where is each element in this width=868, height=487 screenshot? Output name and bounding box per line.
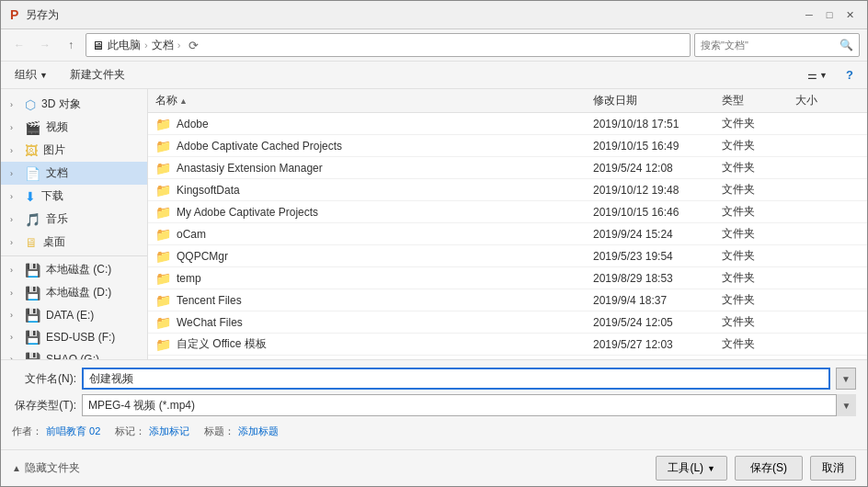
- up-button[interactable]: ↑: [60, 34, 82, 56]
- sidebar-label-g: SHAO (G:): [46, 353, 99, 359]
- table-row[interactable]: 📁 WeChat Files 2019/5/24 12:05 文件夹: [148, 311, 867, 334]
- refresh-button[interactable]: ⟳: [184, 36, 202, 54]
- sidebar-label-downloads: 下载: [41, 188, 63, 204]
- minimize-button[interactable]: ─: [801, 6, 817, 23]
- forward-button[interactable]: →: [34, 34, 56, 56]
- organize-label: 组织: [15, 67, 37, 83]
- help-button[interactable]: ?: [839, 65, 860, 85]
- sidebar-item-downloads[interactable]: › ⬇ 下载: [1, 185, 147, 208]
- file-type: 文件夹: [722, 270, 795, 286]
- table-row[interactable]: 📁 temp 2019/8/29 18:53 文件夹: [148, 267, 867, 289]
- col-type-label: 类型: [722, 93, 744, 108]
- file-modified: 2019/10/12 19:48: [593, 184, 722, 197]
- author-value[interactable]: 前唱教育 02: [46, 425, 100, 438]
- expand-arrow-e: ›: [10, 311, 19, 320]
- table-row[interactable]: 📁 Adobe 2019/10/18 17:51 文件夹: [148, 113, 867, 135]
- expand-arrow-f: ›: [10, 333, 19, 342]
- cancel-button[interactable]: 取消: [810, 456, 856, 481]
- maximize-button[interactable]: □: [821, 6, 838, 23]
- filename-input[interactable]: [82, 368, 830, 390]
- sidebar-item-drive-d[interactable]: › 💾 本地磁盘 (D:): [1, 281, 147, 304]
- search-input[interactable]: [701, 40, 839, 51]
- tools-dropdown-icon: ▼: [707, 464, 715, 473]
- breadcrumb-documents[interactable]: 文档: [152, 38, 174, 53]
- file-name: 自定义 Office 模板: [177, 336, 267, 352]
- filename-label: 文件名(N):: [12, 371, 76, 387]
- col-size-header[interactable]: 大小: [795, 93, 860, 108]
- table-row[interactable]: 📁 自定义 Office 模板 2019/5/27 12:03 文件夹: [148, 334, 867, 356]
- sidebar-item-pictures[interactable]: › 🖼 图片: [1, 139, 147, 162]
- save-button[interactable]: 保存(S): [735, 456, 803, 481]
- folder-icon: 📁: [155, 249, 171, 264]
- filetype-label: 保存类型(T):: [12, 398, 76, 413]
- sidebar-label-c: 本地磁盘 (C:): [46, 262, 111, 277]
- expand-arrow-3d: ›: [10, 100, 19, 109]
- table-row[interactable]: 📁 QQPCMgr 2019/5/23 19:54 文件夹: [148, 245, 867, 267]
- file-list-container: 名称 ▲ 修改日期 类型 大小 📁 Adobe 2019/10/18 17:5: [148, 89, 867, 359]
- tags-value[interactable]: 添加标记: [149, 425, 189, 438]
- action-toolbar: 组织 ▼ 新建文件夹 ⚌ ▼ ?: [1, 62, 867, 89]
- hide-folders-area[interactable]: ▲ 隐藏文件夹: [12, 460, 80, 476]
- table-row[interactable]: 📁 Adobe Captivate Cached Projects 2019/1…: [148, 135, 867, 157]
- folder-icon: 📁: [155, 293, 171, 308]
- organize-arrow-icon: ▼: [40, 71, 48, 80]
- file-type: 文件夹: [722, 226, 795, 242]
- file-name-cell: 📁 Tencent Files: [155, 293, 593, 308]
- table-row[interactable]: 📁 oCam 2019/9/24 15:24 文件夹: [148, 223, 867, 245]
- col-name-label: 名称: [155, 93, 177, 108]
- file-name-cell: 📁 KingsoftData: [155, 183, 593, 198]
- sidebar-item-drive-e[interactable]: › 💾 DATA (E:): [1, 304, 147, 326]
- sidebar-label-documents: 文档: [46, 165, 68, 181]
- filename-dropdown-button[interactable]: ▼: [836, 368, 856, 390]
- sidebar-item-video[interactable]: › 🎬 视频: [1, 116, 147, 139]
- col-modified-header[interactable]: 修改日期: [593, 93, 722, 108]
- file-name: Anastasiy Extension Manager: [177, 162, 323, 175]
- tags-label: 标记：: [115, 425, 145, 438]
- new-folder-label: 新建文件夹: [70, 68, 125, 81]
- new-folder-button[interactable]: 新建文件夹: [62, 64, 133, 85]
- table-row[interactable]: 📁 Anastasiy Extension Manager 2019/5/24 …: [148, 157, 867, 179]
- file-name-cell: 📁 My Adobe Captivate Projects: [155, 205, 593, 220]
- file-name-cell: 📁 QQPCMgr: [155, 249, 593, 264]
- sidebar-item-desktop[interactable]: › 🖥 桌面: [1, 231, 147, 254]
- folder-icon: 📁: [155, 337, 171, 352]
- search-icon[interactable]: 🔍: [839, 39, 853, 51]
- drive-g-icon: 💾: [25, 352, 40, 359]
- file-name-cell: 📁 oCam: [155, 227, 593, 242]
- col-modified-label: 修改日期: [593, 93, 637, 108]
- table-row[interactable]: 📁 My Adobe Captivate Projects 2019/10/15…: [148, 201, 867, 223]
- file-name: oCam: [177, 228, 206, 241]
- sidebar-item-drive-g[interactable]: › 💾 SHAO (G:): [1, 348, 147, 359]
- file-name-cell: 📁 temp: [155, 271, 593, 286]
- tools-button[interactable]: 工具(L) ▼: [656, 456, 727, 481]
- folder-icon: 📁: [155, 183, 171, 198]
- sidebar-item-drive-f[interactable]: › 💾 ESD-USB (F:): [1, 326, 147, 348]
- toolbar2-right: ⚌ ▼ ?: [803, 65, 860, 85]
- sidebar-item-3d[interactable]: › ⬡ 3D 对象: [1, 93, 147, 116]
- help-icon: ?: [846, 68, 853, 82]
- breadcrumb-this-pc[interactable]: 此电脑: [108, 38, 141, 53]
- col-name-header[interactable]: 名称 ▲: [155, 93, 593, 108]
- breadcrumb-sep1: ›: [144, 40, 148, 51]
- back-button[interactable]: ←: [8, 34, 30, 56]
- desktop-icon: 🖥: [25, 235, 38, 250]
- view-button[interactable]: ⚌ ▼: [803, 66, 832, 85]
- sidebar-item-drive-c[interactable]: › 💾 本地磁盘 (C:): [1, 258, 147, 281]
- bottom-form: 文件名(N): ▼ 保存类型(T): MPEG-4 视频 (*.mp4) AVI…: [1, 359, 867, 449]
- hide-folders-arrow-icon: ▲: [12, 463, 21, 473]
- video-icon: 🎬: [25, 120, 40, 135]
- table-row[interactable]: 📁 KingsoftData 2019/10/12 19:48 文件夹: [148, 179, 867, 201]
- file-name-cell: 📁 自定义 Office 模板: [155, 336, 593, 352]
- sidebar-item-music[interactable]: › 🎵 音乐: [1, 208, 147, 231]
- sidebar-item-documents[interactable]: › 📄 文档: [1, 162, 147, 185]
- col-type-header[interactable]: 类型: [722, 93, 795, 108]
- save-dialog: P 另存为 ─ □ ✕ ← → ↑ 🖥 此电脑 › 文档 › ⟳ 🔍: [0, 0, 868, 487]
- filetype-select[interactable]: MPEG-4 视频 (*.mp4) AVI 视频 (*.avi) MP3 音频 …: [82, 394, 856, 416]
- organize-button[interactable]: 组织 ▼: [8, 64, 54, 85]
- table-row[interactable]: 📁 Tencent Files 2019/9/4 18:37 文件夹: [148, 289, 867, 311]
- filename-row: 文件名(N): ▼: [12, 368, 856, 390]
- sidebar-label-desktop: 桌面: [43, 234, 65, 250]
- close-button[interactable]: ✕: [841, 6, 858, 23]
- sort-arrow-icon: ▲: [179, 96, 188, 106]
- title-value[interactable]: 添加标题: [238, 425, 279, 438]
